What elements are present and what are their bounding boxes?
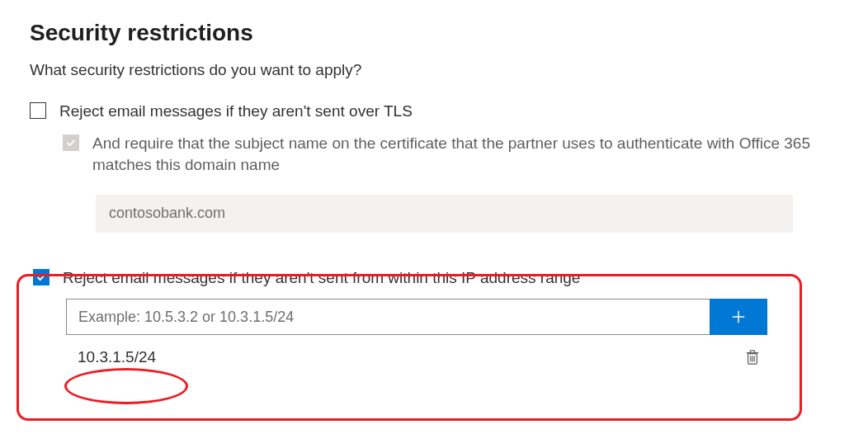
tls-label: Reject email messages if they aren't sen… xyxy=(59,101,413,123)
require-cert-checkbox xyxy=(63,134,79,151)
ip-label: Reject email messages if they aren't sen… xyxy=(63,267,580,290)
require-cert-row: And require that the subject name on the… xyxy=(63,133,838,177)
subhead: What security restrictions do you want t… xyxy=(30,61,838,79)
ip-row: Reject email messages if they aren't sen… xyxy=(33,267,835,290)
page-title: Security restrictions xyxy=(30,20,838,46)
ip-section: Reject email messages if they aren't sen… xyxy=(30,256,838,395)
tls-row: Reject email messages if they aren't sen… xyxy=(30,101,838,123)
tls-checkbox[interactable] xyxy=(30,102,46,119)
cert-domain-input xyxy=(96,195,793,233)
ip-item-row: 10.3.1.5/24 xyxy=(66,340,767,375)
ip-range-input[interactable] xyxy=(66,299,710,335)
trash-icon xyxy=(745,349,760,366)
ip-item-value: 10.3.1.5/24 xyxy=(78,348,156,366)
plus-icon xyxy=(729,308,748,326)
delete-ip-button[interactable] xyxy=(741,346,764,369)
require-cert-label: And require that the subject name on the… xyxy=(92,133,838,177)
ip-input-row xyxy=(66,299,767,335)
ip-checkbox[interactable] xyxy=(33,269,50,285)
add-ip-button[interactable] xyxy=(710,299,767,335)
